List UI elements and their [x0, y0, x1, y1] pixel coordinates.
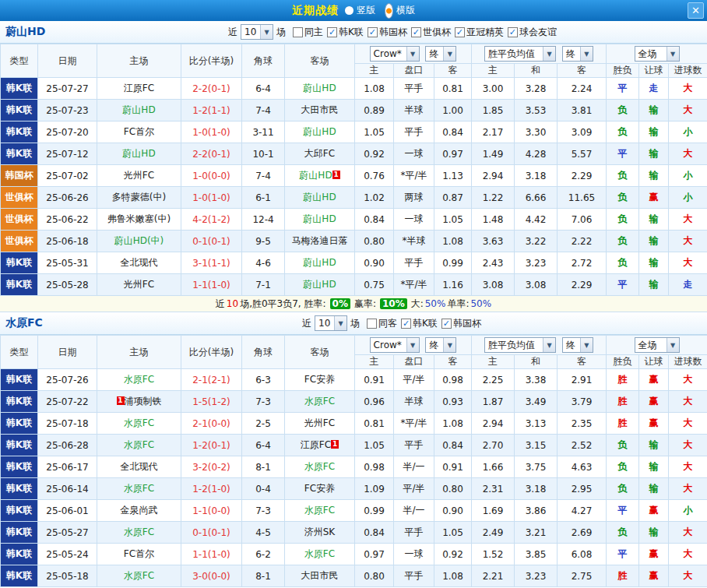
scope-select[interactable]: 全场▼	[635, 337, 680, 353]
filter-checkbox[interactable]: ✓ 韩K联	[401, 317, 438, 330]
ah-line: 半球	[394, 100, 434, 121]
match-date: 25-07-20	[38, 121, 97, 143]
filter-checkbox[interactable]: ✓ 球会友谊	[508, 26, 557, 39]
corners: 6-4	[242, 435, 285, 456]
league-badge: 韩K联	[1, 565, 38, 587]
bookmaker-select[interactable]: Crow*▼	[370, 337, 420, 353]
col-type: 类型	[1, 44, 38, 78]
match-date: 25-05-27	[38, 522, 97, 544]
filter-checkbox[interactable]: ✓ 韩国杯	[441, 317, 481, 330]
ah-home-odds: 0.92	[355, 143, 394, 165]
checkmark-icon: ✓	[413, 28, 420, 37]
dropdown-arrow-icon: ▼	[334, 316, 346, 330]
summary-text: 单率:	[447, 298, 469, 311]
europe-odds-select[interactable]: 胜平负均值▼	[484, 337, 556, 353]
checkbox-label: 同主	[304, 26, 323, 39]
result-goals: 大	[669, 456, 707, 478]
odds-home: 2.94	[472, 413, 515, 435]
radio-vertical-layout[interactable]: 竖版	[345, 4, 375, 17]
league-badge: 韩K联	[1, 544, 38, 565]
europe-odds-select[interactable]: 胜平负均值▼	[484, 46, 556, 62]
score: 3-0(0-0)	[181, 565, 242, 587]
match-count-select[interactable]: 10 ▼	[241, 24, 273, 40]
home-team: 金泉尚武	[97, 500, 181, 522]
europe-stage-select[interactable]: 终▼	[562, 46, 593, 62]
checkbox-label: 世俱杯	[423, 26, 451, 39]
filter-checkbox[interactable]: 同客	[367, 317, 397, 330]
league-filter-checkboxes: 同主 ✓ 韩K联 ✓ 韩国杯 ✓ 世俱杯 ✓ 亚冠精英 ✓ 球会友谊	[289, 26, 557, 39]
ah-home-odds: 0.84	[355, 522, 394, 544]
filter-checkbox[interactable]: 同主	[293, 26, 323, 39]
home-team-name: 全北现代	[121, 461, 158, 472]
match-row: 韩国杯 25-07-02 光州FC 1-0(0-0) 7-4 蔚山HD1 0.7…	[1, 165, 707, 187]
odds-away: 2.29	[558, 165, 607, 187]
away-team: 江原FC1	[285, 435, 355, 456]
league-badge: 韩K联	[1, 435, 38, 456]
score: 2-2(0-1)	[181, 78, 242, 100]
score: 1-0(1-0)	[181, 121, 242, 143]
subcol-eu-away: 客	[558, 355, 607, 369]
subcol-ah-home: 主	[355, 355, 394, 369]
result-goals: 小	[669, 500, 707, 522]
ah-away-odds: 1.08	[434, 565, 472, 587]
ah-home-odds: 0.75	[355, 274, 394, 296]
match-date: 25-05-28	[38, 274, 97, 296]
result-wdl: 负	[607, 231, 639, 252]
result-goals: 大	[669, 143, 707, 165]
dropdown-arrow-icon: ▼	[406, 338, 419, 352]
match-row: 世俱杯 25-06-22 弗鲁米嫩塞(中) 4-2(1-2) 12-4 蔚山HD…	[1, 209, 707, 231]
score: 3-1(1-1)	[181, 252, 242, 274]
match-date: 25-07-23	[38, 100, 97, 121]
odds-away: 6.08	[558, 544, 607, 565]
close-button[interactable]: ✕	[688, 2, 704, 19]
home-team: 全北现代	[97, 252, 181, 274]
summary-text: 场,胜0平3负7, 胜率:	[240, 298, 325, 311]
away-team-name: 大田市民	[301, 570, 339, 581]
score: 1-2(1-0)	[181, 478, 242, 500]
away-team: 大田市民	[285, 565, 355, 587]
odds-home: 1.52	[472, 544, 515, 565]
checkbox-box: ✓	[327, 27, 337, 37]
result-handicap: 输	[639, 478, 669, 500]
corners: 6-4	[242, 78, 285, 100]
result-goals: 小	[669, 121, 707, 143]
europe-stage-select[interactable]: 终▼	[562, 337, 593, 353]
checkbox-label: 韩国杯	[379, 26, 407, 39]
match-row: 世俱杯 25-06-26 多特蒙德(中) 1-0(1-0) 6-1 蔚山HD 1…	[1, 187, 707, 209]
checkmark-icon: ✓	[329, 28, 336, 37]
filter-checkbox[interactable]: ✓ 韩国杯	[368, 26, 407, 39]
result-wdl: 胜	[607, 369, 639, 391]
subcol-handicap-result: 让球	[639, 355, 669, 369]
home-team-name: 蔚山HD	[122, 104, 155, 115]
handicap-stage-select[interactable]: 终▼	[425, 46, 456, 62]
home-team-name: 蔚山HD(中)	[114, 235, 164, 246]
score: 2-2(0-1)	[181, 143, 242, 165]
ah-home-odds: 0.96	[355, 391, 394, 413]
col-corner: 角球	[242, 44, 285, 78]
europe-odds-value: 胜平负均值	[488, 339, 535, 352]
result-handicap: 赢	[639, 187, 669, 209]
odds-home: 2.17	[472, 121, 515, 143]
result-wdl: 胜	[607, 565, 639, 587]
checkbox-label: 韩K联	[339, 26, 364, 39]
scope-select[interactable]: 全场▼	[635, 46, 680, 62]
home-team: 蔚山HD(中)	[97, 231, 181, 252]
filter-checkbox[interactable]: ✓ 世俱杯	[411, 26, 451, 39]
result-handicap: 输	[639, 231, 669, 252]
summary-text: 大:	[411, 298, 424, 311]
result-goals: 大	[669, 544, 707, 565]
filter-checkbox[interactable]: ✓ 韩K联	[327, 26, 364, 39]
handicap-stage-select[interactable]: 终▼	[425, 337, 456, 353]
result-goals: 大	[669, 231, 707, 252]
summary-bar: 近10场,胜0平3负7, 胜率:0%赢率:10%大:50% 单率:50%	[0, 296, 707, 312]
result-handicap: 赢	[639, 413, 669, 435]
bookmaker-select[interactable]: Crow*▼	[370, 46, 420, 62]
match-count-select[interactable]: 10 ▼	[315, 315, 347, 331]
home-team: FC首尔	[97, 544, 181, 565]
radio-horizontal-layout[interactable]: 横版	[385, 3, 415, 19]
subcol-wdl: 胜负	[607, 355, 639, 369]
away-team-name: 大田市民	[301, 104, 339, 115]
ah-away-odds: 1.08	[434, 413, 472, 435]
filter-checkbox[interactable]: ✓ 亚冠精英	[455, 26, 504, 39]
results-table-team1: 类型 日期 主场 比分(半场) 角球 客场 Crow*▼ 终▼ 胜平负均值▼ 终…	[0, 44, 707, 296]
